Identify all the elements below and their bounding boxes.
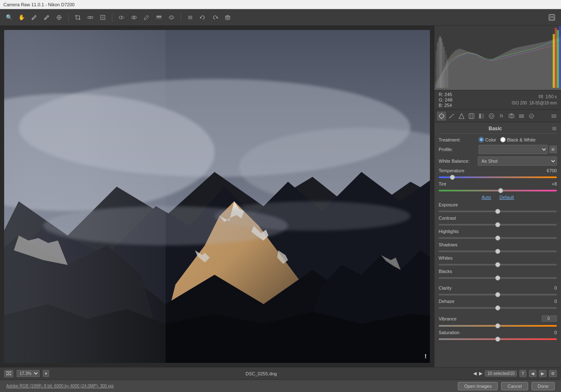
- canvas-warning: !: [424, 353, 427, 360]
- tab-tone-curve[interactable]: [447, 112, 456, 121]
- r-value: R: 245: [439, 92, 452, 97]
- treatment-color-radio[interactable]: [479, 137, 484, 142]
- next-image-btn[interactable]: ▶: [479, 371, 482, 376]
- targeted-adjustment-tool[interactable]: [54, 12, 64, 22]
- selected-count: 10 selected/10: [485, 370, 517, 377]
- rotate-right-tool[interactable]: [210, 12, 220, 22]
- profile-row: Profile: ⊞: [439, 145, 557, 154]
- filter-btn[interactable]: Y: [519, 370, 526, 377]
- highlights-slider[interactable]: [439, 237, 557, 239]
- filmstrip-options-btn[interactable]: ⚙: [549, 370, 557, 377]
- dehaze-slider[interactable]: [439, 307, 557, 309]
- treatment-bw-option[interactable]: Black & White: [500, 137, 535, 142]
- svg-rect-29: [550, 15, 554, 17]
- tab-basic[interactable]: [437, 112, 446, 121]
- whites-label: Whites: [439, 256, 453, 261]
- tab-presets[interactable]: [517, 112, 526, 121]
- auto-button[interactable]: Auto: [482, 195, 491, 200]
- temperature-slider-row: Temperature 6700: [439, 168, 557, 179]
- histogram-area: [434, 26, 561, 90]
- tab-detail[interactable]: [457, 112, 466, 121]
- prev-image-btn[interactable]: ◀: [473, 371, 477, 376]
- right-panel: R: 245 G: 248 B: 254 f/8 1/50 s ISO 200 …: [434, 26, 561, 367]
- white-balance-row: White Balance: As Shot Auto Daylight Clo…: [439, 156, 557, 166]
- tab-lens[interactable]: [487, 112, 496, 121]
- svg-rect-65: [557, 30, 559, 88]
- saturation-slider-row: Saturation 0: [439, 330, 557, 341]
- svg-point-17: [169, 16, 174, 19]
- delete-tool[interactable]: [223, 12, 233, 22]
- fx-label: fx: [500, 114, 503, 118]
- straighten-tool[interactable]: [85, 12, 95, 22]
- eyedropper-tool[interactable]: [29, 12, 39, 22]
- whites-slider-row: Whites: [439, 256, 557, 266]
- svg-rect-97: [7, 374, 7, 375]
- exposure-slider-row: Exposure: [439, 202, 557, 213]
- svg-rect-16: [156, 18, 161, 19]
- default-button[interactable]: Default: [499, 195, 514, 200]
- zoom-dropdown-btn[interactable]: ▾: [43, 370, 49, 377]
- auto-default-row: Auto Default: [439, 195, 557, 200]
- snapshots-panel-btn[interactable]: [185, 12, 195, 22]
- contrast-slider[interactable]: [439, 224, 557, 226]
- profile-browse-btn[interactable]: ⊞: [549, 146, 557, 153]
- image-info: Adobe RGB (1998); 8 bit; 6000 by 4000 (2…: [6, 384, 114, 388]
- svg-rect-64: [555, 28, 557, 88]
- tab-hsl[interactable]: [467, 112, 476, 121]
- treatment-radio-group: Color Black & White: [479, 137, 536, 142]
- graduated-filter-tool[interactable]: [154, 12, 164, 22]
- vibrance-slider-row: Vibrance: [439, 315, 557, 327]
- temperature-slider[interactable]: [439, 176, 557, 178]
- radial-filter-tool[interactable]: [166, 12, 176, 22]
- done-button[interactable]: Done: [531, 382, 555, 390]
- shadows-label-row: Shadows: [439, 242, 557, 247]
- svg-rect-77: [482, 114, 484, 119]
- zoom-select[interactable]: 17.3% Fit Fill 100% 200%: [17, 370, 40, 377]
- main-layout: !: [0, 26, 561, 367]
- svg-rect-76: [479, 114, 481, 119]
- tab-effects[interactable]: fx: [497, 112, 506, 121]
- panel-menu-icon[interactable]: [552, 126, 557, 131]
- tab-camera-calibration[interactable]: [507, 112, 516, 121]
- crop-tool[interactable]: [73, 12, 83, 22]
- hand-tool[interactable]: ✋: [17, 12, 27, 22]
- tint-slider[interactable]: [439, 190, 557, 191]
- save-settings-btn[interactable]: [547, 12, 557, 22]
- exposure-label: Exposure: [439, 202, 458, 207]
- treatment-row: Treatment: Color Black & White: [439, 137, 557, 142]
- color-sampler-tool[interactable]: +: [42, 12, 52, 22]
- footer-buttons: Open Images Cancel Done: [458, 382, 555, 390]
- tab-snapshots[interactable]: [527, 112, 536, 121]
- wb-dropdown[interactable]: As Shot Auto Daylight Cloudy Shade Tungs…: [478, 156, 557, 166]
- vibrance-slider[interactable]: [439, 325, 557, 327]
- panel-title: Basic: [439, 126, 552, 131]
- zoom-tool[interactable]: 🔍: [4, 12, 14, 22]
- treatment-color-option[interactable]: Color: [479, 137, 496, 142]
- shadows-slider[interactable]: [439, 251, 557, 252]
- rotate-left-tool[interactable]: [198, 12, 208, 22]
- whites-slider[interactable]: [439, 264, 557, 265]
- profile-dropdown[interactable]: [479, 145, 548, 154]
- blacks-slider[interactable]: [439, 277, 557, 279]
- filmstrip-toggle-btn[interactable]: [4, 370, 13, 377]
- tab-split-toning[interactable]: [477, 112, 486, 121]
- adjustment-brush-tool[interactable]: [141, 12, 151, 22]
- transform-tool[interactable]: [98, 12, 108, 22]
- open-images-button[interactable]: Open Images: [458, 382, 498, 390]
- cancel-button[interactable]: Cancel: [501, 382, 528, 390]
- basic-panel: Basic Treatment: Color Black & White: [434, 122, 561, 367]
- filmstrip-next-btn[interactable]: ▶: [539, 370, 546, 377]
- vibrance-input[interactable]: [542, 315, 557, 322]
- wb-label: White Balance:: [439, 159, 476, 164]
- treatment-bw-radio[interactable]: [500, 137, 506, 142]
- red-eye-tool[interactable]: [129, 12, 139, 22]
- exposure-slider[interactable]: [439, 211, 557, 212]
- clarity-slider[interactable]: [439, 294, 557, 295]
- filename-display: DSC_0255.dng: [52, 371, 470, 376]
- panel-menu-btn[interactable]: [549, 112, 559, 121]
- filmstrip-prev-btn[interactable]: ◀: [529, 370, 536, 377]
- contrast-label: Contrast: [439, 216, 456, 221]
- spot-removal-tool[interactable]: [117, 12, 127, 22]
- svg-rect-95: [8, 372, 10, 375]
- saturation-slider[interactable]: [439, 338, 557, 340]
